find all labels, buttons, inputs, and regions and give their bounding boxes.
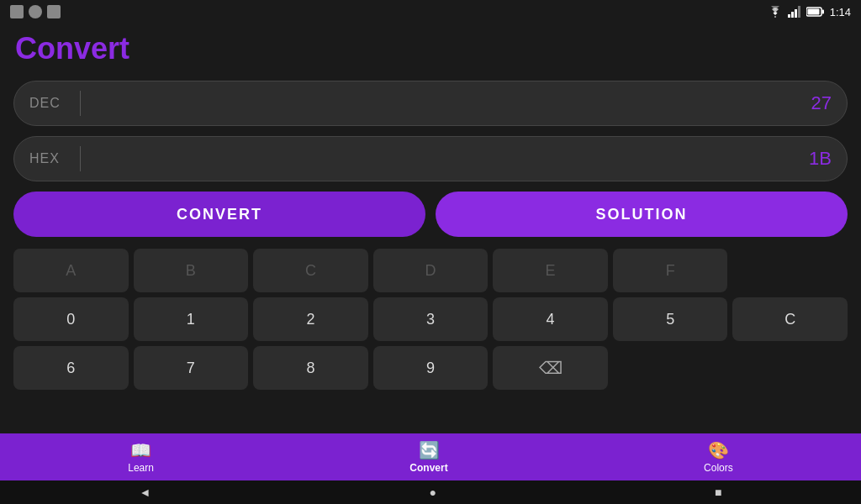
dec-input-row[interactable]: DEC 27 (13, 81, 848, 126)
recents-button[interactable]: ■ (715, 486, 721, 499)
nav-item-learn[interactable]: 📖 Learn (128, 440, 154, 474)
home-button[interactable]: ● (429, 486, 436, 499)
key-4[interactable]: 4 (493, 297, 608, 341)
app-icon (47, 5, 61, 18)
svg-rect-2 (795, 9, 797, 18)
nav-item-convert[interactable]: 🔄 Convert (409, 440, 447, 474)
convert-nav-label: Convert (409, 462, 447, 474)
key-0[interactable]: 0 (13, 297, 129, 341)
clock: 1:14 (830, 6, 851, 18)
key-7[interactable]: 7 (134, 346, 249, 390)
key-2[interactable]: 2 (253, 297, 368, 341)
key-f[interactable]: F (613, 249, 728, 292)
hex-input-row[interactable]: HEX 1B (13, 136, 848, 181)
key-c-hex[interactable]: C (253, 249, 368, 292)
hex-label: HEX (29, 151, 71, 166)
svg-rect-6 (807, 9, 819, 15)
key-clear[interactable]: C (732, 297, 848, 341)
learn-icon: 📖 (130, 440, 151, 460)
svg-rect-3 (798, 6, 800, 18)
key-empty-2 (613, 346, 728, 390)
solution-button[interactable]: SOLUTION (436, 192, 848, 237)
notification-icon (10, 5, 24, 18)
colors-label: Colors (704, 462, 733, 474)
hex-value: 1B (809, 148, 832, 170)
dec-label: DEC (29, 96, 71, 111)
svg-rect-0 (788, 14, 790, 18)
svg-rect-1 (791, 12, 794, 18)
key-backspace[interactable]: ⌫ (493, 346, 608, 390)
keypad: A B C D E F 0 1 2 3 4 5 C 6 7 8 9 ⌫ (13, 249, 848, 390)
dec-value: 27 (811, 92, 832, 114)
key-d[interactable]: D (373, 249, 489, 292)
key-5-2nd[interactable]: 5 (613, 297, 728, 341)
key-9[interactable]: 9 (373, 346, 489, 390)
svg-rect-5 (821, 10, 824, 14)
colors-icon: 🎨 (708, 440, 729, 460)
dec-divider (80, 91, 81, 116)
convert-nav-icon: 🔄 (419, 440, 440, 460)
main-content: DEC 27 HEX 1B CONVERT SOLUTION A B C D E… (0, 74, 861, 396)
status-left-icons (10, 5, 61, 18)
key-b[interactable]: B (134, 249, 249, 292)
key-3[interactable]: 3 (373, 297, 489, 341)
nav-item-colors[interactable]: 🎨 Colors (704, 440, 733, 474)
app-bar: Convert (0, 24, 861, 74)
key-empty-1 (732, 249, 848, 292)
key-e[interactable]: E (493, 249, 608, 292)
key-8[interactable]: 8 (253, 346, 368, 390)
wifi-icon (768, 6, 783, 18)
convert-button[interactable]: CONVERT (13, 192, 425, 237)
circle-icon (29, 5, 42, 18)
learn-label: Learn (128, 462, 154, 474)
status-bar: 1:14 (0, 0, 861, 24)
key-a[interactable]: A (13, 249, 129, 292)
battery-icon (806, 7, 825, 17)
back-button[interactable]: ◄ (140, 486, 151, 499)
bottom-nav: 📖 Learn 🔄 Convert 🎨 Colors (0, 433, 861, 480)
key-6[interactable]: 6 (13, 346, 129, 390)
action-buttons: CONVERT SOLUTION (13, 192, 848, 237)
key-1[interactable]: 1 (134, 297, 249, 341)
status-right-icons: 1:14 (768, 6, 851, 18)
signal-icon (788, 6, 801, 18)
system-nav: ◄ ● ■ (0, 480, 861, 504)
app-title: Convert (15, 31, 129, 66)
hex-divider (80, 146, 81, 171)
key-empty-3 (732, 346, 848, 390)
